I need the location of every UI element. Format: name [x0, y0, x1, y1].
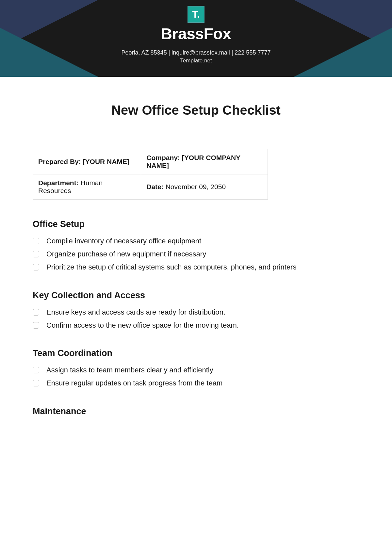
table-row: Prepared By: [YOUR NAME] Company: [YOUR … [33, 149, 268, 174]
document-header: T. BrassFox Peoria, AZ 85345 | inquire@b… [0, 0, 392, 77]
checklist-item-text: Assign tasks to team members clearly and… [46, 365, 213, 375]
meta-value: November 09, 2050 [166, 183, 226, 190]
table-row: Department: Human Resources Date: Novemb… [33, 174, 268, 200]
checklist-section: Key Collection and AccessEnsure keys and… [33, 290, 359, 331]
meta-label: Prepared By: [38, 158, 81, 165]
checklist-item: Compile inventory of necessary office eq… [33, 236, 359, 246]
checklist-section: Office SetupCompile inventory of necessa… [33, 219, 359, 272]
checklist-section: Maintenance [33, 406, 359, 416]
checklist-item-text: Compile inventory of necessary office eq… [46, 236, 201, 246]
meta-company: Company: [YOUR COMPANY NAME] [141, 149, 268, 174]
checklist-item-text: Confirm access to the new office space f… [46, 320, 239, 331]
meta-department: Department: Human Resources [33, 174, 141, 200]
checkbox-icon[interactable] [33, 380, 39, 386]
contact-line: Peoria, AZ 85345 | inquire@brassfox.mail… [0, 49, 392, 56]
checklist-item: Prioritize the setup of critical systems… [33, 262, 359, 272]
checklist-item: Organize purchase of new equipment if ne… [33, 249, 359, 259]
meta-date: Date: November 09, 2050 [141, 174, 268, 200]
page-body: New Office Setup Checklist Prepared By: … [0, 77, 392, 416]
checklist-item-text: Organize purchase of new equipment if ne… [46, 249, 206, 259]
checkbox-icon[interactable] [33, 367, 39, 373]
checkbox-icon[interactable] [33, 264, 39, 270]
brand-name: BrassFox [0, 25, 392, 43]
section-heading: Office Setup [33, 219, 359, 229]
meta-table: Prepared By: [YOUR NAME] Company: [YOUR … [33, 149, 268, 200]
section-heading: Maintenance [33, 406, 359, 416]
meta-prepared-by: Prepared By: [YOUR NAME] [33, 149, 141, 174]
checklist-item-text: Ensure keys and access cards are ready f… [46, 307, 225, 318]
checklist-section: Team CoordinationAssign tasks to team me… [33, 348, 359, 388]
checkbox-icon[interactable] [33, 238, 39, 244]
meta-value: [YOUR NAME] [83, 158, 129, 165]
meta-label: Date: [146, 183, 164, 190]
checklist-item: Ensure regular updates on task progress … [33, 378, 359, 388]
checkbox-icon[interactable] [33, 251, 39, 257]
source-subline: Template.net [0, 57, 392, 64]
meta-label: Company: [146, 154, 180, 161]
sections-container: Office SetupCompile inventory of necessa… [33, 219, 359, 416]
checklist-item-text: Prioritize the setup of critical systems… [46, 262, 296, 272]
checklist-item: Confirm access to the new office space f… [33, 320, 359, 331]
section-heading: Key Collection and Access [33, 290, 359, 301]
header-content: T. BrassFox Peoria, AZ 85345 | inquire@b… [0, 0, 392, 64]
checklist-item-text: Ensure regular updates on task progress … [46, 378, 222, 388]
checkbox-icon[interactable] [33, 322, 39, 329]
meta-label: Department: [38, 179, 79, 187]
checklist-item: Assign tasks to team members clearly and… [33, 365, 359, 375]
logo-icon: T. [188, 6, 204, 23]
checklist-item: Ensure keys and access cards are ready f… [33, 307, 359, 318]
divider [33, 131, 359, 131]
checkbox-icon[interactable] [33, 309, 39, 316]
page-title: New Office Setup Checklist [33, 103, 359, 118]
section-heading: Team Coordination [33, 348, 359, 358]
